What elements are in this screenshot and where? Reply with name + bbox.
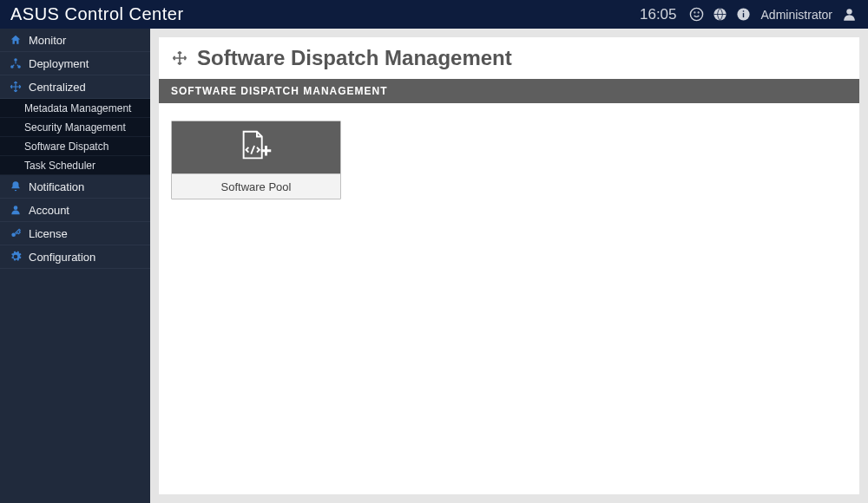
bell-icon: [9, 180, 22, 193]
clock: 16:05: [640, 6, 677, 23]
sidebar-subitem-metadata-management[interactable]: Metadata Management: [0, 99, 150, 118]
sidebar-item-label: Monitor: [29, 34, 66, 47]
user-label[interactable]: Administrator: [761, 8, 832, 22]
app-title: ASUS Control Center: [10, 4, 184, 24]
sidebar-item-label: License: [29, 227, 68, 240]
svg-point-0: [690, 8, 702, 20]
topbar-right: 16:05 Administrator: [640, 6, 858, 23]
sidebar-item-license[interactable]: License: [0, 222, 150, 245]
svg-point-12: [11, 232, 16, 237]
software-pool-card[interactable]: Software Pool: [171, 121, 341, 199]
sidebar-item-monitor[interactable]: Monitor: [0, 29, 150, 52]
info-icon[interactable]: [736, 7, 751, 22]
smile-icon[interactable]: [689, 7, 704, 22]
content-area: Software Pool: [159, 103, 859, 217]
user-icon[interactable]: [841, 6, 858, 23]
page-header: Software Dispatch Management: [159, 37, 859, 79]
svg-point-8: [14, 58, 17, 62]
gear-icon: [9, 251, 22, 263]
move-icon: [171, 49, 188, 67]
home-icon: [9, 34, 22, 46]
card-top: [172, 121, 340, 173]
section-bar: SOFTWARE DISPATCH MANAGEMENT: [159, 79, 859, 103]
sidebar-subitem-label: Metadata Management: [24, 102, 131, 114]
sidebar-item-label: Account: [29, 204, 69, 217]
sidebar-item-centralized[interactable]: Centralized: [0, 75, 150, 99]
sidebar-subitem-security-management[interactable]: Security Management: [0, 118, 150, 137]
key-icon: [9, 227, 22, 239]
sidebar-item-label: Configuration: [29, 251, 95, 264]
layout: Monitor Deployment Centralized Metadata …: [0, 29, 868, 503]
sidebar-subitem-label: Security Management: [24, 121, 126, 134]
sidebar-item-label: Centralized: [29, 81, 86, 94]
topbar: ASUS Control Center 16:05 Administrator: [0, 0, 868, 29]
sidebar-item-deployment[interactable]: Deployment: [0, 52, 150, 75]
sidebar-item-label: Deployment: [29, 57, 89, 70]
move-icon: [9, 81, 22, 93]
sidebar-subitem-label: Task Scheduler: [24, 160, 95, 172]
globe-icon[interactable]: [713, 7, 727, 22]
person-icon: [9, 204, 22, 216]
network-icon: [9, 57, 22, 69]
svg-rect-6: [742, 10, 743, 11]
sidebar-item-configuration[interactable]: Configuration: [0, 245, 150, 269]
svg-point-2: [698, 12, 699, 13]
sidebar-item-label: Notification: [29, 180, 84, 193]
svg-point-1: [694, 12, 695, 13]
sidebar: Monitor Deployment Centralized Metadata …: [0, 29, 150, 503]
svg-rect-5: [742, 13, 743, 17]
page: Software Dispatch Management SOFTWARE DI…: [159, 37, 859, 494]
main: Software Dispatch Management SOFTWARE DI…: [150, 29, 868, 503]
sidebar-subitem-label: Software Dispatch: [24, 140, 108, 153]
sidebar-item-notification[interactable]: Notification: [0, 175, 150, 199]
sidebar-item-account[interactable]: Account: [0, 199, 150, 222]
code-file-plus-icon: [236, 128, 276, 167]
svg-point-7: [846, 9, 852, 14]
sidebar-subitem-software-dispatch[interactable]: Software Dispatch: [0, 137, 150, 156]
page-title: Software Dispatch Management: [197, 46, 512, 70]
svg-point-11: [13, 206, 17, 210]
card-label: Software Pool: [172, 173, 340, 199]
sidebar-subitem-task-scheduler[interactable]: Task Scheduler: [0, 156, 150, 175]
